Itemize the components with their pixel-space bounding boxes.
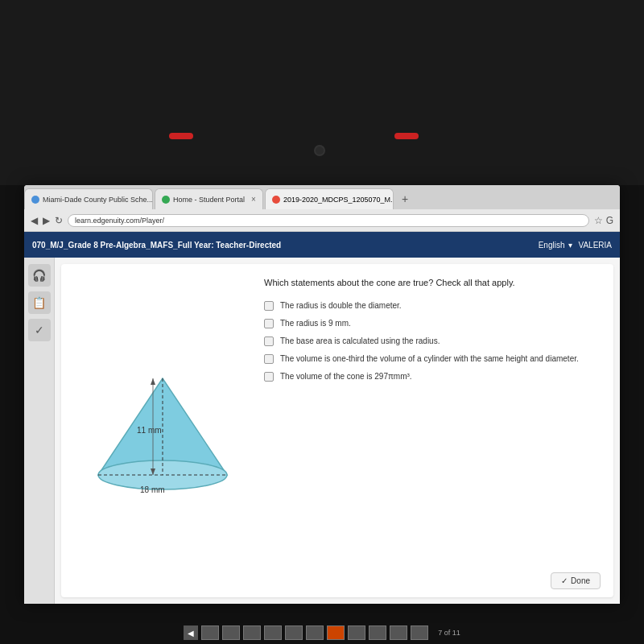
taskbar-item-11[interactable] [411,625,428,640]
browser-window: Miami-Dade County Public Sche... × Home … [24,185,620,604]
checkbox-1[interactable] [264,301,274,311]
tab-edgenuity[interactable]: 2019-2020_MDCPS_1205070_M... × [265,188,394,209]
header-right: English ▾ VALERIA [539,241,612,250]
question-text-area: Which statements about the cone are true… [264,277,601,584]
checkbox-5[interactable] [264,372,274,382]
tab-label-miami: Miami-Dade County Public Sche... [43,196,153,204]
address-bar: ◀ ▶ ↻ learn.edgenuity.com/Player/ ☆ G [24,209,620,232]
option-2-text: The radius is 9 mm. [280,318,351,329]
content-area: 🎧 📋 ✓ [24,258,620,604]
bezel-top [0,0,644,185]
screen: Miami-Dade County Public Sche... × Home … [0,0,644,644]
svg-marker-5 [151,378,155,385]
checkbox-3[interactable] [264,336,274,346]
tab-icon-miami [31,196,39,204]
question-prompt: Which statements about the cone are true… [264,277,601,289]
chevron-down-icon: ▾ [568,241,572,250]
taskbar-item-8[interactable] [348,625,365,640]
reload-button[interactable]: ↻ [55,215,63,226]
checkbox-2[interactable] [264,319,274,328]
done-label: Done [571,576,590,585]
forward-button[interactable]: ▶ [43,215,50,226]
height-label: 11 mm [137,426,162,435]
extension-icon[interactable]: G [606,215,613,226]
option-4-text: The volume is one-third the volume of a … [280,353,579,365]
tab-label-edgenuity: 2019-2020_MDCPS_1205070_M... [283,196,394,204]
option-3[interactable]: The base area is calculated using the ra… [264,336,601,347]
tab-student-portal[interactable]: Home - Student Portal × [155,188,263,209]
taskbar-item-5[interactable] [285,625,303,640]
page-indicator: 7 of 11 [438,629,460,637]
tabs-bar: Miami-Dade County Public Sche... × Home … [24,185,620,209]
checkmark-icon: ✓ [561,576,568,585]
cone-diagram: 11 mm 18 mm [82,370,243,499]
webcam [314,145,325,156]
tab-icon-edgenuity [272,196,280,204]
back-button[interactable]: ◀ [31,215,38,226]
taskbar-item-3[interactable] [243,625,261,640]
options-list: The radius is double the diameter. The r… [264,300,601,382]
option-1-text: The radius is double the diameter. [280,300,402,312]
option-4[interactable]: The volume is one-third the volume of a … [264,353,601,365]
indicator-right [394,133,419,139]
option-5-text: The volume of the cone is 297πmm³. [280,371,412,382]
checkbox-4[interactable] [264,354,274,364]
option-3-text: The base area is calculated using the ra… [280,336,440,347]
done-button[interactable]: ✓ Done [551,572,601,589]
sidebar-audio-icon[interactable]: 🎧 [28,264,51,287]
language-selector[interactable]: English ▾ [539,241,572,250]
taskbar-item-1[interactable] [201,625,219,640]
taskbar: ◀ 7 of 11 [0,625,644,640]
tab-label-portal: Home - Student Portal [173,196,245,204]
taskbar-item-7[interactable] [327,625,345,640]
base-label: 18 mm [140,485,165,494]
question-panel: 11 mm 18 mm Which statements about the c… [61,264,613,597]
tab-miami-dade[interactable]: Miami-Dade County Public Sche... × [24,188,153,209]
bookmark-icon[interactable]: ☆ [594,215,603,226]
user-name: VALERIA [579,241,613,250]
language-label: English [539,241,565,250]
option-2[interactable]: The radius is 9 mm. [264,318,601,329]
sidebar-check-icon[interactable]: ✓ [28,319,51,341]
taskbar-item-6[interactable] [306,625,324,640]
option-5[interactable]: The volume of the cone is 297πmm³. [264,371,601,382]
app-header: 070_M/J_Grade 8 Pre-Algebra_MAFS_Full Ye… [24,232,620,258]
option-1[interactable]: The radius is double the diameter. [264,300,601,312]
indicator-left [169,133,193,139]
taskbar-item-10[interactable] [390,625,407,640]
tab-icon-portal [162,196,170,204]
sidebar-notes-icon[interactable]: 📋 [28,291,51,314]
taskbar-item-9[interactable] [369,625,386,640]
address-input[interactable]: learn.edgenuity.com/Player/ [68,214,589,227]
new-tab-button[interactable]: + [395,188,415,209]
taskbar-prev[interactable]: ◀ [184,625,198,640]
tab-close-portal[interactable]: × [251,195,256,204]
sidebar: 🎧 📋 ✓ [24,258,55,604]
diagram-area: 11 mm 18 mm [74,277,251,584]
taskbar-item-4[interactable] [264,625,282,640]
app-title: 070_M/J_Grade 8 Pre-Algebra_MAFS_Full Ye… [32,241,281,250]
taskbar-item-2[interactable] [222,625,240,640]
address-actions: ☆ G [594,215,613,226]
